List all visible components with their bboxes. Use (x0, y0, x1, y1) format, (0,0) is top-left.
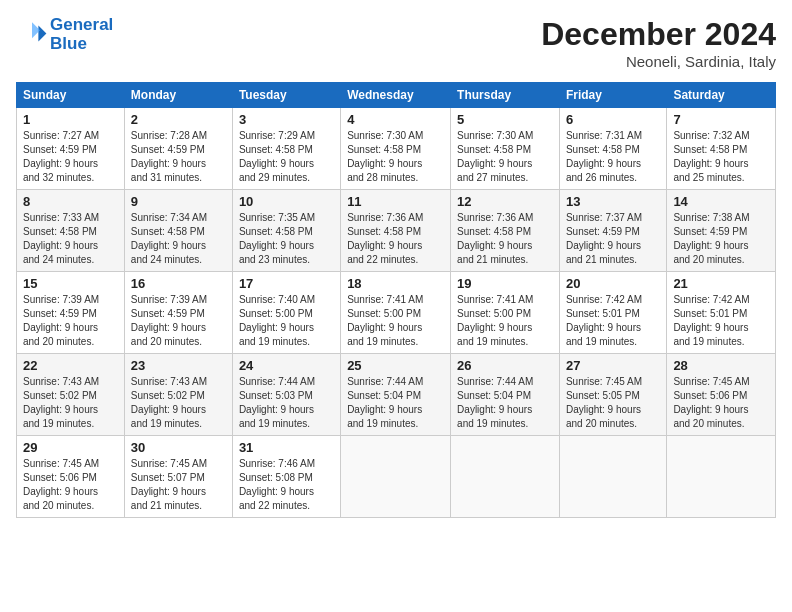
day-number: 30 (131, 440, 226, 455)
calendar-cell: 28Sunrise: 7:45 AM Sunset: 5:06 PM Dayli… (667, 354, 776, 436)
calendar-cell: 21Sunrise: 7:42 AM Sunset: 5:01 PM Dayli… (667, 272, 776, 354)
day-number: 6 (566, 112, 660, 127)
day-info: Sunrise: 7:45 AM Sunset: 5:06 PM Dayligh… (673, 375, 769, 431)
day-number: 4 (347, 112, 444, 127)
day-number: 13 (566, 194, 660, 209)
day-number: 19 (457, 276, 553, 291)
calendar-cell: 13Sunrise: 7:37 AM Sunset: 4:59 PM Dayli… (559, 190, 666, 272)
day-info: Sunrise: 7:30 AM Sunset: 4:58 PM Dayligh… (347, 129, 444, 185)
day-number: 5 (457, 112, 553, 127)
logo-icon (16, 19, 48, 51)
day-number: 2 (131, 112, 226, 127)
weekday-header-monday: Monday (124, 83, 232, 108)
day-info: Sunrise: 7:43 AM Sunset: 5:02 PM Dayligh… (131, 375, 226, 431)
calendar-cell: 12Sunrise: 7:36 AM Sunset: 4:58 PM Dayli… (451, 190, 560, 272)
day-number: 29 (23, 440, 118, 455)
day-info: Sunrise: 7:37 AM Sunset: 4:59 PM Dayligh… (566, 211, 660, 267)
day-number: 1 (23, 112, 118, 127)
day-number: 24 (239, 358, 334, 373)
calendar-table: SundayMondayTuesdayWednesdayThursdayFrid… (16, 82, 776, 518)
day-number: 23 (131, 358, 226, 373)
calendar-cell: 2Sunrise: 7:28 AM Sunset: 4:59 PM Daylig… (124, 108, 232, 190)
calendar-cell: 19Sunrise: 7:41 AM Sunset: 5:00 PM Dayli… (451, 272, 560, 354)
logo: General Blue (16, 16, 113, 53)
calendar-week-row: 1Sunrise: 7:27 AM Sunset: 4:59 PM Daylig… (17, 108, 776, 190)
day-info: Sunrise: 7:41 AM Sunset: 5:00 PM Dayligh… (457, 293, 553, 349)
location: Neoneli, Sardinia, Italy (541, 53, 776, 70)
calendar-cell: 4Sunrise: 7:30 AM Sunset: 4:58 PM Daylig… (341, 108, 451, 190)
day-info: Sunrise: 7:27 AM Sunset: 4:59 PM Dayligh… (23, 129, 118, 185)
calendar-cell: 27Sunrise: 7:45 AM Sunset: 5:05 PM Dayli… (559, 354, 666, 436)
calendar-cell: 20Sunrise: 7:42 AM Sunset: 5:01 PM Dayli… (559, 272, 666, 354)
day-info: Sunrise: 7:38 AM Sunset: 4:59 PM Dayligh… (673, 211, 769, 267)
calendar-cell: 17Sunrise: 7:40 AM Sunset: 5:00 PM Dayli… (232, 272, 340, 354)
weekday-header-wednesday: Wednesday (341, 83, 451, 108)
day-number: 10 (239, 194, 334, 209)
day-info: Sunrise: 7:31 AM Sunset: 4:58 PM Dayligh… (566, 129, 660, 185)
calendar-cell (451, 436, 560, 518)
day-info: Sunrise: 7:39 AM Sunset: 4:59 PM Dayligh… (23, 293, 118, 349)
day-info: Sunrise: 7:45 AM Sunset: 5:05 PM Dayligh… (566, 375, 660, 431)
page-container: General Blue December 2024 Neoneli, Sard… (0, 0, 792, 526)
day-number: 21 (673, 276, 769, 291)
calendar-cell: 16Sunrise: 7:39 AM Sunset: 4:59 PM Dayli… (124, 272, 232, 354)
day-info: Sunrise: 7:45 AM Sunset: 5:07 PM Dayligh… (131, 457, 226, 513)
day-info: Sunrise: 7:45 AM Sunset: 5:06 PM Dayligh… (23, 457, 118, 513)
calendar-cell: 31Sunrise: 7:46 AM Sunset: 5:08 PM Dayli… (232, 436, 340, 518)
logo-line1: General (50, 16, 113, 35)
calendar-cell: 29Sunrise: 7:45 AM Sunset: 5:06 PM Dayli… (17, 436, 125, 518)
day-info: Sunrise: 7:44 AM Sunset: 5:04 PM Dayligh… (347, 375, 444, 431)
calendar-week-row: 8Sunrise: 7:33 AM Sunset: 4:58 PM Daylig… (17, 190, 776, 272)
day-info: Sunrise: 7:36 AM Sunset: 4:58 PM Dayligh… (347, 211, 444, 267)
day-info: Sunrise: 7:28 AM Sunset: 4:59 PM Dayligh… (131, 129, 226, 185)
day-info: Sunrise: 7:30 AM Sunset: 4:58 PM Dayligh… (457, 129, 553, 185)
calendar-cell: 8Sunrise: 7:33 AM Sunset: 4:58 PM Daylig… (17, 190, 125, 272)
day-info: Sunrise: 7:33 AM Sunset: 4:58 PM Dayligh… (23, 211, 118, 267)
day-info: Sunrise: 7:44 AM Sunset: 5:04 PM Dayligh… (457, 375, 553, 431)
weekday-header-tuesday: Tuesday (232, 83, 340, 108)
calendar-cell (559, 436, 666, 518)
day-info: Sunrise: 7:35 AM Sunset: 4:58 PM Dayligh… (239, 211, 334, 267)
calendar-cell: 10Sunrise: 7:35 AM Sunset: 4:58 PM Dayli… (232, 190, 340, 272)
day-info: Sunrise: 7:41 AM Sunset: 5:00 PM Dayligh… (347, 293, 444, 349)
day-info: Sunrise: 7:46 AM Sunset: 5:08 PM Dayligh… (239, 457, 334, 513)
calendar-cell: 7Sunrise: 7:32 AM Sunset: 4:58 PM Daylig… (667, 108, 776, 190)
day-number: 28 (673, 358, 769, 373)
day-number: 20 (566, 276, 660, 291)
day-number: 9 (131, 194, 226, 209)
title-block: December 2024 Neoneli, Sardinia, Italy (541, 16, 776, 70)
calendar-cell: 18Sunrise: 7:41 AM Sunset: 5:00 PM Dayli… (341, 272, 451, 354)
day-info: Sunrise: 7:29 AM Sunset: 4:58 PM Dayligh… (239, 129, 334, 185)
day-info: Sunrise: 7:43 AM Sunset: 5:02 PM Dayligh… (23, 375, 118, 431)
calendar-week-row: 29Sunrise: 7:45 AM Sunset: 5:06 PM Dayli… (17, 436, 776, 518)
day-number: 18 (347, 276, 444, 291)
weekday-header-thursday: Thursday (451, 83, 560, 108)
day-number: 12 (457, 194, 553, 209)
calendar-cell: 11Sunrise: 7:36 AM Sunset: 4:58 PM Dayli… (341, 190, 451, 272)
day-info: Sunrise: 7:34 AM Sunset: 4:58 PM Dayligh… (131, 211, 226, 267)
day-number: 3 (239, 112, 334, 127)
calendar-cell: 5Sunrise: 7:30 AM Sunset: 4:58 PM Daylig… (451, 108, 560, 190)
day-number: 8 (23, 194, 118, 209)
month-title: December 2024 (541, 16, 776, 53)
day-info: Sunrise: 7:40 AM Sunset: 5:00 PM Dayligh… (239, 293, 334, 349)
day-number: 11 (347, 194, 444, 209)
calendar-cell: 3Sunrise: 7:29 AM Sunset: 4:58 PM Daylig… (232, 108, 340, 190)
calendar-body: 1Sunrise: 7:27 AM Sunset: 4:59 PM Daylig… (17, 108, 776, 518)
day-info: Sunrise: 7:36 AM Sunset: 4:58 PM Dayligh… (457, 211, 553, 267)
day-info: Sunrise: 7:44 AM Sunset: 5:03 PM Dayligh… (239, 375, 334, 431)
day-info: Sunrise: 7:39 AM Sunset: 4:59 PM Dayligh… (131, 293, 226, 349)
calendar-cell: 22Sunrise: 7:43 AM Sunset: 5:02 PM Dayli… (17, 354, 125, 436)
calendar-cell (341, 436, 451, 518)
calendar-cell: 1Sunrise: 7:27 AM Sunset: 4:59 PM Daylig… (17, 108, 125, 190)
day-info: Sunrise: 7:42 AM Sunset: 5:01 PM Dayligh… (673, 293, 769, 349)
svg-marker-0 (38, 25, 46, 41)
calendar-cell: 15Sunrise: 7:39 AM Sunset: 4:59 PM Dayli… (17, 272, 125, 354)
day-number: 22 (23, 358, 118, 373)
day-number: 31 (239, 440, 334, 455)
day-number: 16 (131, 276, 226, 291)
day-number: 15 (23, 276, 118, 291)
calendar-cell: 26Sunrise: 7:44 AM Sunset: 5:04 PM Dayli… (451, 354, 560, 436)
day-number: 25 (347, 358, 444, 373)
day-number: 17 (239, 276, 334, 291)
